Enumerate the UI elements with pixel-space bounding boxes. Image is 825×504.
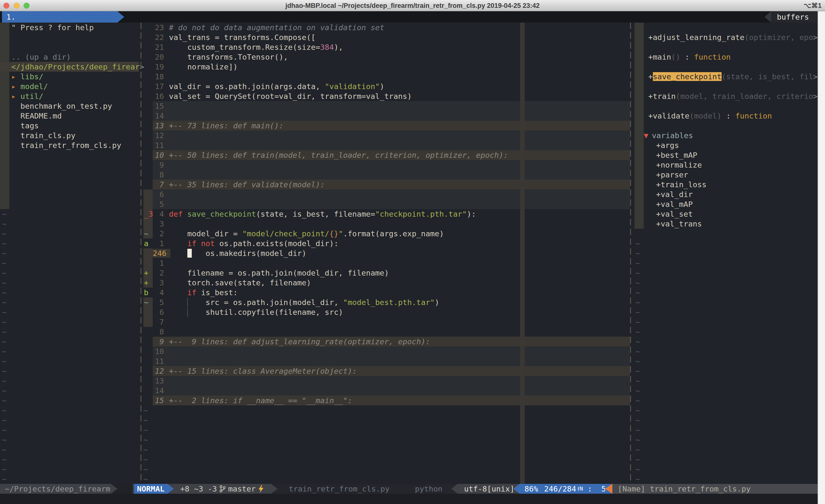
code-line[interactable]: 9	[141, 160, 630, 170]
tag-item-function[interactable]: +train(model, train_loader, criterio>	[632, 91, 825, 101]
cursor-block	[188, 249, 192, 258]
code-line[interactable]: 246 os.makedirs(model_dir)	[141, 248, 630, 258]
code-line[interactable]: 13	[141, 376, 630, 386]
code-line[interactable]: 13+-- 73 lines: def main():	[141, 121, 630, 131]
tag-item-variable[interactable]: +val_set	[632, 209, 825, 219]
buffers-label[interactable]: buffers	[771, 11, 818, 22]
tag-item-variable[interactable]: +normalize	[632, 160, 825, 170]
code-line[interactable]: +3 torch.save(state, filename)	[141, 278, 630, 287]
empty-line-tilde: ~	[632, 327, 825, 337]
code-line[interactable]: 1	[141, 258, 630, 268]
tag-kind-header[interactable]: ▼variables	[632, 131, 825, 140]
nerdtree-pane[interactable]: " Press ? for help.. (up a dir)</jdhao/P…	[0, 22, 141, 484]
code-line[interactable]: 8	[141, 327, 630, 337]
tree-item-dir[interactable]: ▸ util/	[0, 91, 141, 101]
code-line[interactable]: 14	[141, 111, 630, 121]
sign-column-cell: b	[143, 288, 153, 297]
code-line[interactable]: 6	[141, 189, 630, 199]
tree-item-file[interactable]: train_retr_from_cls.py	[0, 140, 141, 150]
tree-item-blank	[0, 170, 141, 180]
tree-root-path: </jdhao/Projects/deep_firear	[11, 62, 140, 71]
tag-item-variable[interactable]: +parser	[632, 170, 825, 180]
tag-item-function[interactable]: +save_checkpoint(state, is_best, fil>	[632, 72, 825, 81]
tag-item-variable[interactable]: +val_dir	[632, 189, 825, 199]
code-line[interactable]: ~5 ▏ src = os.path.join(model_dir, "mode…	[141, 298, 630, 307]
code-line[interactable]: 10	[141, 346, 630, 356]
code-line[interactable]: 3	[141, 219, 630, 229]
command-line[interactable]	[0, 494, 825, 504]
code-line[interactable]: 9+-- 9 lines: def adjust_learning_rate(o…	[141, 337, 630, 346]
code-line[interactable]: 5	[141, 199, 630, 209]
window-separator-left[interactable]	[140, 22, 141, 484]
code-line[interactable]: 10+-- 50 lines: def train(model, train_l…	[141, 150, 630, 160]
tag-item-variable[interactable]: +best_mAP	[632, 150, 825, 160]
powerline-arrow	[271, 484, 278, 494]
code-line[interactable]: 16val_set = QuerySet(root=val_dir, trans…	[141, 91, 630, 101]
code-line[interactable]: _34def save_checkpoint(state, is_best, f…	[141, 209, 630, 219]
tree-item-file[interactable]: README.md	[0, 111, 141, 121]
code-text: if not os.path.exists(model_dir):	[169, 239, 339, 248]
tag-item-variable[interactable]: +val_trans	[632, 219, 825, 229]
chevron-right-icon[interactable]: ▸	[11, 72, 20, 81]
tag-item-variable[interactable]: +train_loss	[632, 180, 825, 189]
tag-item-function[interactable]: +validate(model) : function	[632, 111, 825, 121]
code-line[interactable]: 11	[141, 140, 630, 150]
code-line[interactable]: 7	[141, 317, 630, 327]
code-line[interactable]: 12	[141, 131, 630, 140]
tree-item-file[interactable]: tags	[0, 121, 141, 131]
tagbar-pane[interactable]: +adjust_learning_rate(optimizer, epo>+ma…	[632, 22, 825, 484]
tag-item-function[interactable]: +main() : function	[632, 52, 825, 62]
code-line[interactable]: 12+-- 15 lines: class AverageMeter(objec…	[141, 366, 630, 376]
code-line[interactable]: 17val_dir = os.path.join(args.data, "val…	[141, 81, 630, 91]
code-line[interactable]: b4 if is_best:	[141, 287, 630, 298]
code-line[interactable]: 6 ▏ shutil.copyfile(filename, src)	[141, 307, 630, 317]
code-line[interactable]: 19 normalize])	[141, 62, 630, 72]
code-line[interactable]: 14	[141, 386, 630, 396]
code-line[interactable]: 7+-- 35 lines: def validate(model):	[141, 180, 630, 189]
tagbar-blank-line	[632, 81, 825, 91]
empty-line-tilde: ~	[0, 464, 141, 474]
chevron-right-icon[interactable]: ▸	[11, 92, 20, 101]
code-line[interactable]: +2 filename = os.path.join(model_dir, fi…	[141, 268, 630, 278]
window-title: jdhao-MBP.local ~/Projects/deep_firearm/…	[0, 0, 825, 11]
empty-line-tilde: ~	[0, 415, 141, 425]
line-number: 2	[153, 229, 164, 238]
code-line[interactable]: 8	[141, 170, 630, 180]
tree-item-file[interactable]: train_cls.py	[0, 131, 141, 140]
tag-signature: (model)	[689, 111, 722, 120]
code-line[interactable]: a1 if not os.path.exists(model_dir):	[141, 239, 630, 248]
code-line[interactable]: 15	[141, 101, 630, 111]
tree-item-file[interactable]: benchmark_on_test.py	[0, 101, 141, 111]
tree-up-dir[interactable]: .. (up a dir)	[11, 53, 71, 61]
tag-item-function[interactable]: +adjust_learning_rate(optimizer, epo>	[632, 32, 825, 42]
code-line[interactable]: 11	[141, 356, 630, 366]
line-number: 12	[153, 366, 164, 375]
code-line[interactable]: 21 custom_transform.Resize(size=384),	[141, 42, 630, 52]
code-line[interactable]: ~2 model_dir = "model/check_point/{}".fo…	[141, 229, 630, 239]
code-line[interactable]: 20 transforms.ToTensor(),	[141, 52, 630, 62]
triangle-down-icon[interactable]: ▼	[644, 131, 649, 140]
line-number: 9	[153, 337, 164, 346]
tree-file-label: benchmark_on_test.py	[11, 102, 112, 110]
code-line[interactable]: 15+-- 2 lines: if __name__ == "__main__"…	[141, 396, 630, 405]
gutter-sign: +	[144, 268, 149, 277]
code-line[interactable]: 23# do not do data augmentation on valid…	[141, 22, 630, 32]
window-separator-right[interactable]	[630, 22, 631, 484]
tree-item-dir[interactable]: ▸ libs/	[0, 72, 141, 81]
tab-active[interactable]: 1. train_retr_from_cls.py	[2, 11, 118, 22]
scrollbar[interactable]	[818, 11, 825, 504]
tag-kind-label: variables	[652, 131, 693, 140]
tree-item-dir[interactable]: ▸ model/	[0, 81, 141, 91]
powerline-arrow-left	[513, 484, 520, 494]
code-line[interactable]: 22val_trans = transforms.Compose([	[141, 32, 630, 42]
code-line[interactable]: 18	[141, 72, 630, 81]
tree-item-root[interactable]: </jdhao/Projects/deep_firear>	[0, 62, 139, 72]
code-line-main: 9	[153, 160, 630, 170]
chevron-right-icon[interactable]: ▸	[11, 82, 20, 91]
line-number: 7	[153, 180, 164, 189]
tagbar-rows: +adjust_learning_rate(optimizer, epo>+ma…	[632, 22, 825, 494]
tag-item-variable[interactable]: +val_mAP	[632, 199, 825, 209]
empty-line-tilde: ~	[0, 425, 141, 435]
tag-item-variable[interactable]: +args	[632, 140, 825, 150]
editor-pane[interactable]: 23# do not do data augmentation on valid…	[141, 22, 630, 484]
